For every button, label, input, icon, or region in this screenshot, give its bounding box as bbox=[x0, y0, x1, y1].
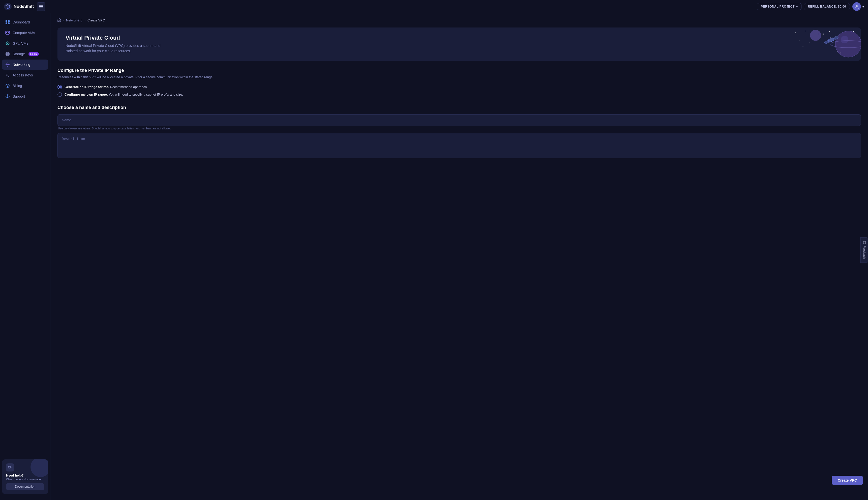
svg-rect-11 bbox=[8, 22, 10, 24]
breadcrumb: › Networking › Create VPC bbox=[57, 18, 861, 22]
svg-rect-10 bbox=[5, 22, 7, 24]
grid-icon bbox=[5, 20, 10, 25]
radio-circle-manual bbox=[57, 92, 62, 97]
name-section: Choose a name and description Use only l… bbox=[57, 105, 861, 159]
sidebar-item-gpu-vms[interactable]: GPU VMs bbox=[2, 38, 48, 48]
gpu-icon bbox=[5, 41, 10, 46]
compute-icon bbox=[5, 30, 10, 35]
description-input[interactable] bbox=[57, 133, 861, 158]
svg-rect-5 bbox=[39, 6, 43, 7]
feedback-tab[interactable]: Feedback bbox=[860, 237, 868, 263]
sidebar-item-storage[interactable]: Storage SOON bbox=[2, 49, 48, 59]
name-hint: Use only lowercase letters. Special symb… bbox=[57, 127, 861, 130]
help-icon bbox=[6, 463, 14, 471]
vpc-banner: Virtual Private Cloud NodeShift Virtual … bbox=[57, 27, 861, 61]
radio-label-manual: Configure my own IP range. You will need… bbox=[64, 93, 183, 96]
svg-point-16 bbox=[7, 43, 8, 44]
content-area: › Networking › Create VPC Virtual Privat… bbox=[50, 13, 868, 500]
ip-range-section: Configure the Private IP Range Resources… bbox=[57, 68, 861, 97]
avatar[interactable] bbox=[852, 2, 861, 11]
sidebar-item-access-keys[interactable]: Access Keys bbox=[2, 70, 48, 80]
svg-point-29 bbox=[805, 31, 806, 31]
svg-point-33 bbox=[858, 39, 859, 39]
menu-button[interactable] bbox=[37, 2, 45, 11]
key-icon bbox=[5, 73, 10, 78]
vpc-banner-decoration: ✦ ✦ bbox=[785, 27, 861, 61]
logo: NodeShift bbox=[4, 3, 34, 10]
sidebar-item-billing[interactable]: Billing bbox=[2, 81, 48, 91]
svg-rect-6 bbox=[39, 8, 43, 8]
storage-icon bbox=[5, 52, 10, 57]
svg-point-1 bbox=[7, 4, 8, 5]
app-layout: Dashboard Compute VMs bbox=[0, 13, 868, 500]
soon-badge: SOON bbox=[28, 52, 39, 56]
header-left: NodeShift bbox=[4, 2, 45, 11]
svg-point-43 bbox=[823, 34, 824, 35]
ip-radio-group: Generate an IP range for me. Recommended… bbox=[57, 85, 861, 97]
name-section-title: Choose a name and description bbox=[57, 105, 861, 110]
vpc-banner-text: Virtual Private Cloud NodeShift Virtual … bbox=[66, 35, 172, 54]
logo-text: NodeShift bbox=[14, 4, 34, 9]
svg-rect-36 bbox=[828, 37, 834, 42]
help-desc: Check out our documentation bbox=[6, 478, 44, 481]
svg-rect-9 bbox=[8, 20, 10, 22]
sidebar-item-label: GPU VMs bbox=[13, 41, 28, 45]
nodeshift-logo-icon bbox=[4, 3, 12, 10]
svg-point-3 bbox=[9, 5, 10, 6]
svg-point-45 bbox=[803, 46, 804, 47]
breadcrumb-networking[interactable]: Networking bbox=[66, 19, 82, 22]
sidebar-item-label: Networking bbox=[13, 62, 30, 67]
radio-dot-auto bbox=[59, 86, 61, 88]
vpc-banner-description: NodeShift Virtual Private Cloud (VPC) pr… bbox=[66, 43, 172, 54]
sidebar-item-label: Billing bbox=[13, 84, 22, 88]
space-illustration: ✦ ✦ bbox=[790, 29, 861, 59]
svg-rect-4 bbox=[39, 5, 43, 5]
breadcrumb-home[interactable] bbox=[57, 18, 61, 22]
chevron-down-icon bbox=[796, 5, 798, 8]
svg-text:✦: ✦ bbox=[837, 51, 838, 53]
radio-auto[interactable]: Generate an IP range for me. Recommended… bbox=[57, 85, 861, 89]
breadcrumb-separator-2: › bbox=[84, 19, 85, 22]
svg-rect-23 bbox=[8, 466, 9, 467]
feedback-icon bbox=[863, 241, 866, 244]
svg-point-2 bbox=[5, 5, 7, 6]
vpc-banner-title: Virtual Private Cloud bbox=[66, 35, 172, 41]
top-header: NodeShift PERSONAL PROJECT REFILL BALANC… bbox=[0, 0, 868, 13]
ip-section-desc: Resources within this VPC will be alloca… bbox=[57, 75, 861, 80]
radio-manual[interactable]: Configure my own IP range. You will need… bbox=[57, 92, 861, 97]
documentation-button[interactable]: Documentation bbox=[6, 484, 44, 490]
svg-rect-8 bbox=[5, 20, 7, 22]
main-content: › Networking › Create VPC Virtual Privat… bbox=[50, 13, 868, 500]
sidebar-item-support[interactable]: Support bbox=[2, 91, 48, 101]
user-menu[interactable] bbox=[852, 2, 864, 11]
sidebar: Dashboard Compute VMs bbox=[0, 13, 50, 500]
support-icon bbox=[5, 94, 10, 99]
sidebar-item-label: Storage bbox=[13, 52, 25, 56]
create-vpc-button[interactable]: Create VPC bbox=[832, 476, 863, 485]
svg-point-48 bbox=[841, 36, 848, 43]
sidebar-nav: Dashboard Compute VMs bbox=[0, 17, 50, 453]
svg-point-35 bbox=[809, 43, 810, 43]
svg-point-42 bbox=[830, 37, 831, 38]
svg-point-32 bbox=[853, 31, 854, 32]
header-right: PERSONAL PROJECT REFILL BALANCE: $0.00 bbox=[757, 2, 864, 11]
radio-label-auto: Generate an IP range for me. Recommended… bbox=[64, 85, 147, 89]
svg-rect-12 bbox=[5, 31, 10, 34]
svg-point-34 bbox=[799, 40, 799, 41]
sidebar-item-label: Support bbox=[13, 94, 25, 98]
svg-text:✦: ✦ bbox=[818, 33, 819, 35]
ip-section-title: Configure the Private IP Range bbox=[57, 68, 861, 73]
user-chevron-icon bbox=[863, 4, 864, 9]
svg-rect-14 bbox=[8, 32, 9, 33]
name-input[interactable] bbox=[57, 114, 861, 126]
help-card: Need help? Check out our documentation D… bbox=[2, 459, 48, 494]
svg-point-30 bbox=[829, 31, 830, 32]
refill-balance-button[interactable]: REFILL BALANCE: $0.00 bbox=[804, 3, 850, 10]
sidebar-item-dashboard[interactable]: Dashboard bbox=[2, 17, 48, 27]
sidebar-item-networking[interactable]: Networking bbox=[2, 59, 48, 70]
radio-circle-auto bbox=[57, 85, 62, 89]
project-selector[interactable]: PERSONAL PROJECT bbox=[757, 3, 801, 10]
sidebar-footer: Need help? Check out our documentation D… bbox=[0, 457, 50, 496]
sidebar-item-compute-vms[interactable]: Compute VMs bbox=[2, 28, 48, 38]
network-icon bbox=[5, 62, 10, 67]
